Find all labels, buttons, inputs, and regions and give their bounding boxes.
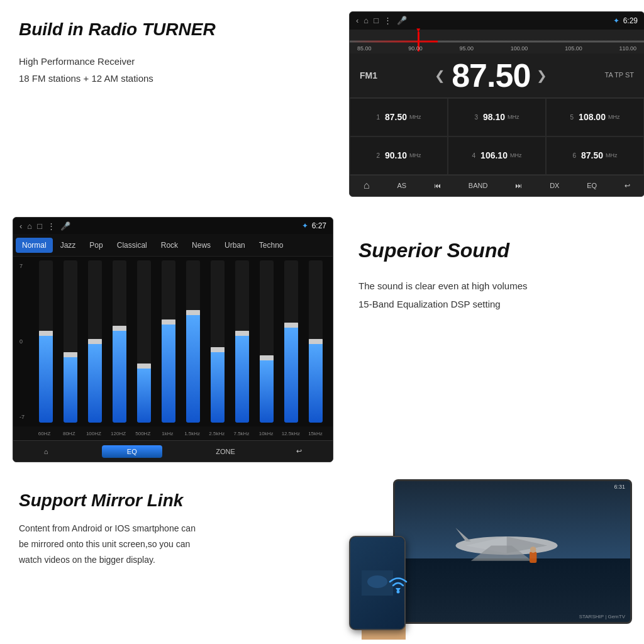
- eq-sliders-area: 7 0 -7: [13, 257, 333, 426]
- eq-band-60hz-bar[interactable]: [39, 260, 53, 423]
- freq-nav: ❮ 87.50 ❯: [435, 57, 547, 94]
- eq-band-500hz-bar[interactable]: [137, 260, 151, 423]
- eq-preset-rock[interactable]: Rock: [155, 238, 184, 253]
- radio-screen: ‹ ⌂ □ ⋮ 🎤 ✦ 6:29 85.00 90.00 95.00: [349, 11, 644, 197]
- eq-preset-urban[interactable]: Urban: [218, 238, 252, 253]
- eq-band-15k: [304, 260, 326, 423]
- eq-band-80hz-fill: [64, 355, 77, 423]
- eq-band-125khz-fill: [284, 325, 298, 423]
- eq-band-60hz-fill: [39, 333, 53, 423]
- radio-frequency-display: FM1 ❮ 87.50 ❯ TA TP ST: [350, 53, 644, 97]
- eq-band-60hz-handle[interactable]: [39, 331, 53, 336]
- eq-band-120hz-handle[interactable]: [113, 326, 126, 331]
- radio-ui-section: ‹ ⌂ □ ⋮ 🎤 ✦ 6:29 85.00 90.00 95.00: [340, 0, 644, 208]
- radio-toolbar: ⌂ AS ⏮ BAND ⏭ DX EQ ↩: [350, 175, 644, 196]
- eq-band-15khz: [182, 260, 204, 423]
- radio-dx-button[interactable]: DX: [545, 179, 564, 192]
- eq-screen: ‹ ⌂ □ ⋮ 🎤 ✦ 6:27 Normal Jazz Pop Classic…: [13, 217, 333, 462]
- eq-home-icon: ⌂: [27, 221, 32, 231]
- eq-band-75khz-bar[interactable]: [235, 260, 249, 423]
- eq-preset-classical[interactable]: Classical: [111, 238, 153, 253]
- eq-band-25khz-handle[interactable]: [211, 347, 225, 352]
- radio-next-button[interactable]: ⏭: [510, 179, 527, 192]
- tuner-label-105: 105.00: [565, 45, 582, 52]
- tuner-label-110: 110.00: [619, 45, 636, 52]
- preset-2[interactable]: 2 90.10 MHz: [350, 136, 448, 175]
- eq-band-1khz-bar[interactable]: [162, 260, 175, 423]
- eq-band-75khz: [231, 260, 253, 423]
- eq-preset-jazz[interactable]: Jazz: [54, 238, 82, 253]
- mirror-device-container: 6:31 STARSHIP | GemTV: [349, 479, 638, 636]
- eq-band-120hz-bar[interactable]: [113, 260, 126, 423]
- eq-band-15khz-bar[interactable]: [186, 260, 200, 423]
- eq-zone-button[interactable]: ZONE: [208, 445, 243, 458]
- eq-band-80hz-handle[interactable]: [64, 352, 77, 357]
- tuner-label-95: 95.00: [460, 45, 474, 52]
- preset-5[interactable]: 5 108.00 MHz: [546, 98, 644, 136]
- eq-freq-15k-label: 15kHz: [304, 426, 326, 440]
- radio-band-button[interactable]: BAND: [464, 179, 493, 192]
- eq-band-10khz-bar[interactable]: [260, 260, 274, 423]
- eq-band-1khz-handle[interactable]: [162, 319, 175, 325]
- radio-eq-button[interactable]: EQ: [582, 179, 602, 192]
- radio-feature2: 18 FM stations + 12 AM stations: [19, 73, 153, 84]
- radio-back-button[interactable]: ↩: [619, 179, 635, 192]
- eq-back-icon: ‹: [19, 221, 22, 231]
- eq-bluetooth-icon: ✦: [302, 221, 308, 230]
- eq-freq-15khz-label: 1.5kHz: [181, 426, 203, 440]
- preset-6[interactable]: 6 87.50 MHz: [546, 136, 644, 175]
- freq-prev-icon[interactable]: ❮: [435, 68, 445, 83]
- eq-home-button[interactable]: ⌂: [36, 445, 56, 458]
- svg-point-6: [530, 547, 536, 553]
- radio-home-button[interactable]: ⌂: [358, 177, 375, 194]
- eq-preset-news[interactable]: News: [186, 238, 217, 253]
- eq-band-25khz-bar[interactable]: [211, 260, 225, 423]
- eq-freq-125khz-label: 12.5kHz: [280, 426, 302, 440]
- eq-band-10khz-handle[interactable]: [260, 355, 274, 360]
- freq-next-icon[interactable]: ❯: [536, 68, 547, 83]
- eq-back-button[interactable]: ↩: [289, 445, 309, 458]
- eq-band-100hz-fill: [88, 341, 102, 423]
- eq-band-15khz-handle[interactable]: [186, 310, 200, 315]
- preset-3[interactable]: 3 98.10 MHz: [448, 98, 546, 136]
- mirror-ui-section: 6:31 STARSHIP | GemTV: [340, 472, 644, 644]
- eq-preset-techno[interactable]: Techno: [253, 238, 290, 253]
- radio-prev-button[interactable]: ⏮: [429, 179, 446, 192]
- eq-band-100hz-bar[interactable]: [88, 260, 102, 423]
- radio-title: Build in Radio TURNER: [19, 19, 327, 40]
- eq-band-75khz-handle[interactable]: [235, 331, 249, 336]
- eq-preset-pop[interactable]: Pop: [83, 238, 109, 253]
- eq-band-80hz-bar[interactable]: [64, 260, 77, 423]
- eq-mic-icon: 🎤: [60, 221, 70, 231]
- preset-4[interactable]: 4 106.10 MHz: [448, 136, 546, 175]
- radio-time: 6:29: [623, 16, 638, 25]
- eq-sliders-container: [35, 260, 326, 423]
- eq-statusbar-left: ‹ ⌂ □ ⋮ 🎤: [19, 221, 70, 231]
- sound-feature1: The sound is clear even at high volumes: [358, 280, 527, 291]
- radio-as-button[interactable]: AS: [392, 179, 411, 192]
- eq-freq-80hz-label: 80HZ: [58, 426, 80, 440]
- eq-time: 6:27: [312, 221, 326, 230]
- eq-menu-icon: ⋮: [47, 221, 55, 231]
- eq-eq-button[interactable]: EQ: [102, 445, 162, 458]
- eq-freq-10khz-label: 10kHz: [255, 426, 277, 440]
- eq-band-125khz-bar[interactable]: [284, 260, 298, 423]
- preset-1[interactable]: 1 87.50 MHz: [350, 98, 448, 136]
- eq-band-15k-handle[interactable]: [309, 339, 323, 344]
- page-container: Build in Radio TURNER High Performance R…: [0, 0, 644, 644]
- mirror-tablet: 6:31 STARSHIP | GemTV: [393, 479, 632, 624]
- wifi-signal-svg: [387, 575, 409, 594]
- eq-band-100hz-handle[interactable]: [88, 339, 102, 344]
- eq-band-500hz-handle[interactable]: [137, 364, 151, 369]
- eq-band-10khz: [255, 260, 277, 423]
- eq-db-7: 7: [19, 263, 30, 269]
- eq-band-10khz-fill: [260, 358, 274, 423]
- radio-presets: 1 87.50 MHz 3 98.10 MHz 5 108.00 MHz 2 9…: [350, 97, 644, 175]
- eq-preset-normal[interactable]: Normal: [16, 238, 53, 253]
- eq-band-125khz-handle[interactable]: [284, 323, 298, 328]
- sound-feature2: 15-Band Equalization DSP setting: [358, 299, 501, 309]
- mirror-desc-line2: be mirrored onto this unit screen,so you…: [19, 539, 190, 549]
- eq-band-15k-bar[interactable]: [309, 260, 323, 423]
- tuner-labels: 85.00 90.00 95.00 100.00 105.00 110.00: [350, 45, 644, 52]
- eq-presets-row: Normal Jazz Pop Classical Rock News Urba…: [13, 234, 333, 257]
